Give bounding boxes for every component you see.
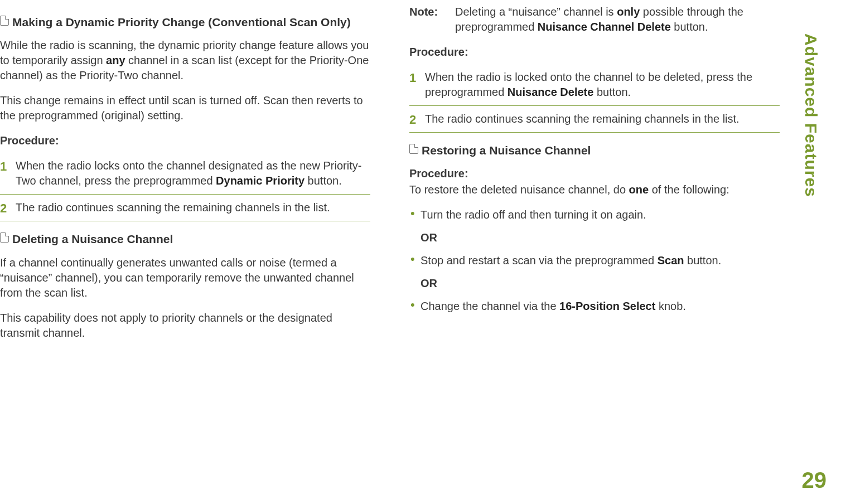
bullet-list: Turn the radio off and then turning it o… <box>409 207 780 226</box>
list-item: Stop and restart a scan via the preprogr… <box>409 253 780 272</box>
text: button. <box>593 86 631 98</box>
paragraph: This capability does not apply to priori… <box>0 311 370 341</box>
bold-text: 16-Position Select <box>559 300 655 312</box>
paragraph: While the radio is scanning, the dynamic… <box>0 38 370 83</box>
side-chapter-title: Advanced Features <box>800 33 823 197</box>
note-body: Deleting a “nuisance” channel is only po… <box>455 4 780 35</box>
heading-text: Deleting a Nuisance Channel <box>12 231 370 247</box>
heading-restore-nuisance: Restoring a Nuisance Channel <box>409 143 780 158</box>
bold-text: any <box>106 54 125 66</box>
section-restore-nuisance: Restoring a Nuisance Channel Procedure: … <box>409 143 780 317</box>
heading-text: Restoring a Nuisance Channel <box>422 143 780 158</box>
bold-text: one <box>629 183 649 196</box>
text: button. <box>671 21 708 33</box>
text: Deleting a “nuisance” channel is <box>455 6 617 18</box>
page-number: 29 <box>802 465 827 495</box>
heading-dynamic-priority: Making a Dynamic Priority Change (Conven… <box>0 14 370 30</box>
section-dynamic-priority: Making a Dynamic Priority Change (Conven… <box>0 14 370 221</box>
bullet-list: Stop and restart a scan via the preprogr… <box>409 253 780 272</box>
bold-text: Dynamic Priority <box>216 175 304 187</box>
or-separator: OR <box>420 276 780 291</box>
heading-text: Making a Dynamic Priority Change (Conven… <box>12 14 370 30</box>
bold-text: Nuisance Delete <box>508 86 594 98</box>
note-label: Note: <box>409 4 455 20</box>
text: To restore the deleted nuisance channel,… <box>409 183 629 196</box>
procedure-steps: When the radio locks onto the channel de… <box>0 153 370 221</box>
note-row: Note: Deleting a “nuisance” channel is o… <box>409 4 780 35</box>
text: button. <box>304 175 342 187</box>
document-icon <box>0 232 9 243</box>
text: button. <box>684 254 721 266</box>
bullet-list: Change the channel via the 16-Position S… <box>409 299 780 317</box>
heading-delete-nuisance: Deleting a Nuisance Channel <box>0 231 370 247</box>
procedure-steps: When the radio is locked onto the channe… <box>409 64 780 133</box>
text: Change the channel via the <box>420 300 559 312</box>
procedure-label: Procedure: <box>409 166 780 181</box>
step: The radio continues scanning the remaini… <box>0 195 370 221</box>
step: When the radio locks onto the channel de… <box>0 153 370 195</box>
procedure-label: Procedure: <box>409 45 780 60</box>
paragraph: If a channel continually generates unwan… <box>0 255 370 301</box>
or-separator: OR <box>420 230 780 245</box>
list-item: Turn the radio off and then turning it o… <box>409 207 780 226</box>
text: Stop and restart a scan via the preprogr… <box>420 254 658 266</box>
text: knob. <box>655 300 685 312</box>
bold-text: Nuisance Channel Delete <box>538 21 671 33</box>
bold-text: only <box>617 6 640 18</box>
step: When the radio is locked onto the channe… <box>409 64 780 106</box>
text: of the following: <box>649 183 729 196</box>
procedure-label: Procedure: <box>0 133 370 148</box>
document-icon <box>0 16 9 26</box>
bold-text: Scan <box>658 254 684 266</box>
page-columns: Making a Dynamic Priority Change (Conven… <box>0 0 841 439</box>
section-delete-nuisance: Deleting a Nuisance Channel If a channel… <box>0 231 370 340</box>
list-item: Change the channel via the 16-Position S… <box>409 299 780 317</box>
document-icon <box>409 144 418 154</box>
paragraph: This change remains in effect until scan… <box>0 93 370 123</box>
note-block: Note: Deleting a “nuisance” channel is o… <box>409 4 780 133</box>
step: The radio continues scanning the remaini… <box>409 106 780 133</box>
paragraph: To restore the deleted nuisance channel,… <box>409 182 780 197</box>
